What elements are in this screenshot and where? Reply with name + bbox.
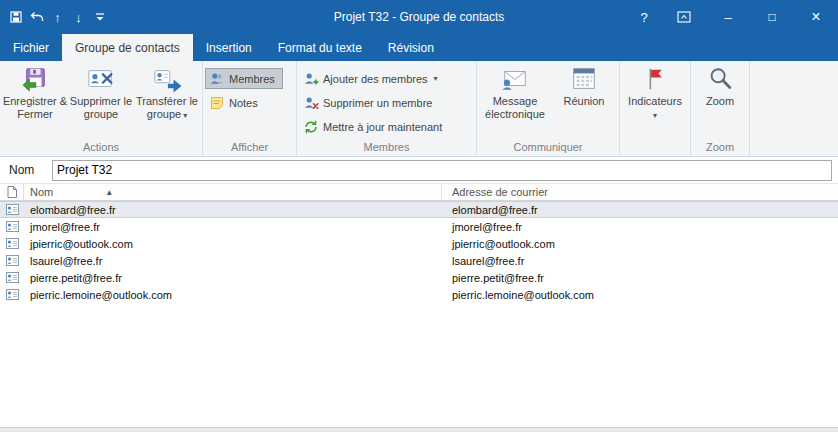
contact-name: jmorel@free.fr xyxy=(24,221,442,233)
contact-email: jpierric@outlook.com xyxy=(442,238,838,250)
dropdown-caret-icon: ▾ xyxy=(434,74,438,83)
ribbon-group-indicateurs: Indicateurs ▾ xyxy=(620,61,691,156)
notes-view-button[interactable]: Notes xyxy=(205,92,283,113)
group-label-indicateurs xyxy=(620,140,690,156)
contact-name: jpierric@outlook.com xyxy=(24,238,442,250)
button-label: Message électronique xyxy=(479,95,551,121)
contact-card-icon xyxy=(0,289,24,300)
tab-format-du-texte[interactable]: Format du texte xyxy=(265,34,375,61)
minimize-button[interactable]: – xyxy=(706,0,750,34)
dropdown-caret-icon: ▾ xyxy=(622,109,688,122)
button-label: Enregistrer & Fermer xyxy=(2,95,68,121)
close-button[interactable]: × xyxy=(794,0,838,34)
group-name-input[interactable] xyxy=(52,160,832,181)
button-label: Mettre à jour maintenant xyxy=(323,121,442,133)
table-row[interactable]: jmorel@free.fr jmorel@free.fr xyxy=(0,218,838,235)
header-email-column[interactable]: Adresse de courrier xyxy=(442,184,838,200)
meeting-icon xyxy=(569,65,599,93)
contact-group-window: ↑ ↓ Projet T32 - Groupe de contacts ? – … xyxy=(0,0,838,432)
help-button[interactable]: ? xyxy=(626,0,662,34)
contact-email: jmorel@free.fr xyxy=(442,221,838,233)
ribbon-group-actions: Enregistrer & Fermer Supprimer le groupe xyxy=(0,61,203,156)
contact-email: lsaurel@free.fr xyxy=(442,255,838,267)
update-now-icon xyxy=(303,119,319,135)
add-members-button[interactable]: Ajouter des membres ▾ xyxy=(299,68,450,89)
table-row[interactable]: pierric.lemoine@outlook.com pierric.lemo… xyxy=(0,286,838,303)
table-row[interactable]: jpierric@outlook.com jpierric@outlook.co… xyxy=(0,235,838,252)
table-row[interactable]: lsaurel@free.fr lsaurel@free.fr xyxy=(0,252,838,269)
next-item-icon[interactable]: ↓ xyxy=(68,4,89,30)
customize-quick-access-icon[interactable] xyxy=(89,4,110,30)
table-row[interactable]: elombard@free.fr elombard@free.fr xyxy=(0,201,838,218)
forward-group-button[interactable]: Transférer le groupe▾ xyxy=(134,61,200,139)
members-icon xyxy=(209,71,225,87)
button-label: Supprimer le groupe xyxy=(68,95,134,121)
contact-card-icon xyxy=(0,272,24,283)
ribbon-group-zoom: Zoom Zoom xyxy=(691,61,750,156)
contact-name: pierric.lemoine@outlook.com xyxy=(24,289,442,301)
quick-access-toolbar: ↑ ↓ xyxy=(0,4,110,30)
remove-member-button[interactable]: Supprimer un membre xyxy=(299,92,450,113)
tab-insertion[interactable]: Insertion xyxy=(193,34,265,61)
maximize-button[interactable]: □ xyxy=(750,0,794,34)
button-label: Notes xyxy=(229,97,258,109)
group-label-communiquer: Communiquer xyxy=(477,140,619,156)
button-label: Réunion xyxy=(551,95,617,108)
ribbon-group-communiquer: Message électronique Réunion Co xyxy=(477,61,620,156)
notes-icon xyxy=(209,95,225,111)
tab-fichier[interactable]: Fichier xyxy=(0,34,62,61)
table-row[interactable]: pierre.petit@free.fr pierre.petit@free.f… xyxy=(0,269,838,286)
meeting-button[interactable]: Réunion xyxy=(551,61,617,139)
name-label: Nom xyxy=(9,163,52,177)
contact-email: pierric.lemoine@outlook.com xyxy=(442,289,838,301)
contact-email: pierre.petit@free.fr xyxy=(442,272,838,284)
header-icon-column[interactable] xyxy=(0,184,24,200)
update-now-button[interactable]: Mettre à jour maintenant xyxy=(299,116,450,137)
undo-icon[interactable] xyxy=(26,4,47,30)
save-and-close-button[interactable]: Enregistrer & Fermer xyxy=(2,61,68,139)
button-label: Transférer le groupe▾ xyxy=(134,95,200,122)
add-member-icon xyxy=(303,71,319,87)
button-label: Ajouter des membres xyxy=(323,73,428,85)
contact-list: elombard@free.fr elombard@free.fr jmorel… xyxy=(0,201,838,427)
button-label: Indicateurs ▾ xyxy=(622,95,688,122)
ribbon: Enregistrer & Fermer Supprimer le groupe xyxy=(0,61,838,157)
email-message-button[interactable]: Message électronique xyxy=(479,61,551,139)
save-close-icon xyxy=(20,65,50,93)
button-label: Zoom xyxy=(693,95,747,108)
delete-group-button[interactable]: Supprimer le groupe xyxy=(68,61,134,139)
title-bar: ↑ ↓ Projet T32 - Groupe de contacts ? – … xyxy=(0,0,838,34)
name-form-row: Nom xyxy=(0,157,838,183)
button-label: Supprimer un membre xyxy=(323,97,432,109)
forward-group-icon xyxy=(152,65,182,93)
dropdown-caret-icon: ▾ xyxy=(183,111,187,120)
tab-groupe-de-contacts[interactable]: Groupe de contacts xyxy=(62,34,193,61)
members-table-header: Nom ▲ Adresse de courrier xyxy=(0,183,838,201)
contact-card-icon xyxy=(0,204,24,215)
contact-name: lsaurel@free.fr xyxy=(24,255,442,267)
tab-revision[interactable]: Révision xyxy=(375,34,447,61)
delete-group-icon xyxy=(86,65,116,93)
previous-item-icon[interactable]: ↑ xyxy=(47,4,68,30)
window-controls: ? – □ × xyxy=(626,0,838,34)
remove-member-icon xyxy=(303,95,319,111)
group-label-afficher: Afficher xyxy=(203,140,296,156)
email-message-icon xyxy=(500,65,530,93)
members-view-button[interactable]: Membres xyxy=(205,68,283,89)
button-label: Membres xyxy=(229,73,275,85)
group-label-membres: Membres xyxy=(297,140,476,156)
contact-name: pierre.petit@free.fr xyxy=(24,272,442,284)
item-type-icon xyxy=(7,186,17,198)
header-name-column[interactable]: Nom ▲ xyxy=(24,184,442,200)
ribbon-tab-row: Fichier Groupe de contacts Insertion For… xyxy=(0,34,838,61)
window-bottom-border xyxy=(0,427,838,432)
zoom-icon xyxy=(705,65,735,93)
flags-button[interactable]: Indicateurs ▾ xyxy=(622,61,688,139)
contact-card-icon xyxy=(0,221,24,232)
contact-email: elombard@free.fr xyxy=(442,204,838,216)
contact-name: elombard@free.fr xyxy=(24,204,442,216)
save-icon[interactable] xyxy=(5,4,26,30)
ribbon-display-options-icon[interactable] xyxy=(662,0,706,34)
zoom-button[interactable]: Zoom xyxy=(693,61,747,139)
ribbon-group-membres: Ajouter des membres ▾ Supprimer un membr… xyxy=(297,61,477,156)
